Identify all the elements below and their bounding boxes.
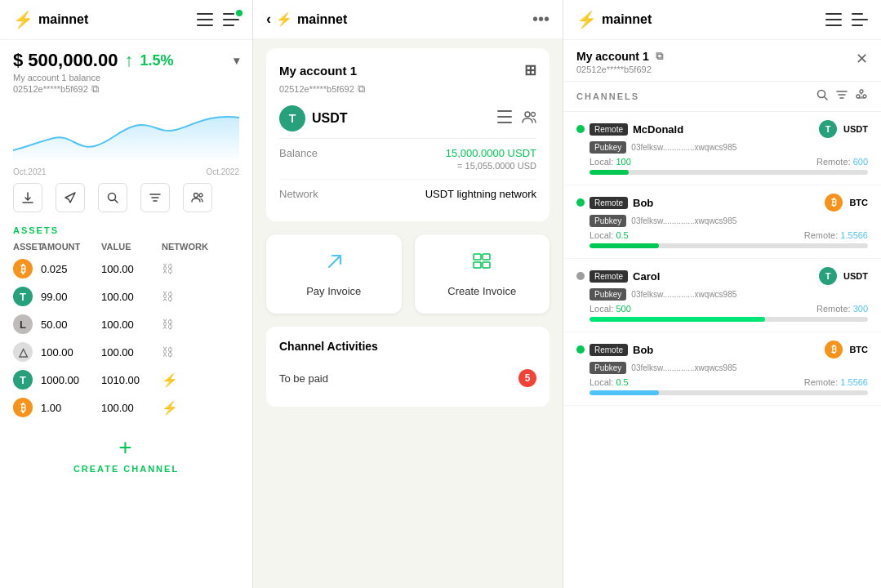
download-button[interactable]: [13, 183, 42, 212]
col-asset: ASSET: [13, 242, 38, 252]
remote-tag-carol: Remote: [590, 270, 628, 283]
chart-area: [0, 102, 252, 167]
settings-icon[interactable]: [223, 13, 239, 26]
balance-row: $ 500,000.00 ↑ 1.5% ▾: [13, 50, 239, 71]
network-info-label: Network: [279, 188, 318, 200]
usdt-token-icon-carol: T: [819, 267, 837, 285]
svg-rect-16: [483, 254, 490, 260]
close-button[interactable]: ✕: [856, 50, 868, 68]
middle-header: ‹ ⚡ mainnet •••: [253, 0, 563, 38]
users-button[interactable]: [183, 183, 212, 212]
svg-rect-5: [223, 24, 234, 26]
search-channels-icon[interactable]: [816, 88, 829, 105]
channel-item-carol[interactable]: Remote Carol T USDT Pubkey 03felksw.....…: [563, 259, 881, 332]
asset-value-6: 100.00: [101, 402, 158, 414]
usdt-token-icon-mcdonald: T: [819, 120, 837, 138]
progress-bar-bob-2: [590, 390, 868, 395]
mid-brand-name: mainnet: [297, 12, 347, 27]
qr-code-icon[interactable]: ⊞: [524, 61, 536, 79]
balance-usdt: 15,000.0000 USDT: [446, 147, 536, 159]
token-menu-icon[interactable]: [497, 110, 512, 127]
link-icon-2: ⛓: [162, 290, 239, 303]
chevron-down-icon[interactable]: ▾: [234, 54, 239, 67]
asset-value-5: 1010.00: [101, 374, 158, 386]
invoice-buttons: Pay Invoice Create Invoice: [266, 234, 550, 314]
right-brand: ⚡ mainnet: [576, 10, 652, 29]
to-be-paid-badge: 5: [518, 369, 536, 387]
channel-activities-title: Channel Activities: [279, 340, 536, 353]
channel-item-bob-1[interactable]: Remote Bob ₿ BTC Pubkey 03felksw........…: [563, 185, 881, 259]
remote-label-bob-2: Remote: 1.5566: [804, 377, 868, 387]
progress-bar-bob-1: [590, 243, 868, 248]
right-copy-icon[interactable]: ⧉: [656, 50, 663, 63]
right-menu-icon[interactable]: [825, 13, 842, 26]
usdt-icon-2: T: [13, 370, 33, 390]
right-settings-icon[interactable]: [852, 13, 868, 26]
asset-value-3: 100.00: [101, 318, 158, 331]
balance-label: My account 1 balance: [13, 73, 239, 82]
progress-bar-carol: [590, 317, 868, 322]
svg-rect-10: [497, 110, 512, 112]
pubkey-text-carol: 03felksw..............xwqwcs985: [631, 290, 736, 299]
channel-item-bob-2[interactable]: Remote Bob ₿ BTC Pubkey 03felksw........…: [563, 332, 881, 406]
remote-val-bob-2: 1.5566: [840, 377, 868, 387]
copy-mid-icon[interactable]: ⧉: [358, 82, 365, 96]
balance-info-value: 15,000.0000 USDT = 15,055.0000 USD: [446, 147, 536, 171]
channel-item-top: Remote Carol T USDT: [576, 267, 868, 285]
account-card: My account 1 ⊞ 02512e*****b5f692 ⧉ T USD…: [266, 48, 550, 221]
more-options-icon[interactable]: •••: [532, 10, 550, 29]
right-account-info: My account 1 ⧉ 02512e*****b5f692 ✕: [563, 40, 881, 81]
pubkey-tag-bob-1: Pubkey: [590, 215, 626, 227]
link-icon-4: ⛓: [162, 345, 239, 359]
search-button[interactable]: [98, 183, 127, 212]
assets-table-header: ASSET AMOUNT VALUE NETWORK: [0, 238, 252, 255]
token-label-carol: USDT: [843, 271, 868, 281]
mid-lightning-icon: ⚡: [276, 11, 292, 27]
filter-channels-icon[interactable]: [835, 88, 848, 105]
svg-line-7: [115, 200, 118, 203]
create-channel-button[interactable]: + CREATE CHANNEL: [0, 421, 252, 487]
to-be-paid-row: To be paid 5: [279, 363, 536, 394]
channel-item-mcdonald[interactable]: Remote McDonald T USDT Pubkey 03felksw..…: [563, 112, 881, 185]
asset-amount-6: 1.00: [41, 402, 98, 414]
ltc-icon-1: L: [13, 314, 33, 334]
asset-row: T 1000.00 1010.00 ⚡: [0, 366, 252, 394]
svg-rect-2: [197, 24, 213, 26]
token-users-icon[interactable]: [522, 110, 536, 127]
svg-rect-19: [825, 13, 842, 15]
right-account-name-text: My account 1: [576, 50, 649, 63]
menu-icon[interactable]: [197, 13, 213, 26]
svg-rect-21: [825, 24, 842, 26]
remote-label-carol: Remote: 300: [816, 304, 868, 314]
lightning-logo-icon: ⚡: [13, 10, 33, 29]
pay-invoice-button[interactable]: Pay Invoice: [266, 234, 402, 314]
btc-icon-1: ₿: [13, 259, 33, 278]
pubkey-tag-bob-2: Pubkey: [590, 362, 626, 374]
pubkey-text-mcdonald: 03felksw..............xwqwcs985: [631, 143, 736, 152]
balance-usd: = 15,055.0000 USD: [446, 161, 536, 171]
usdt-token-icon: T: [279, 105, 305, 131]
pubkey-tag-mcdonald: Pubkey: [590, 141, 626, 154]
svg-rect-23: [852, 19, 868, 20]
asset-amount-4: 100.00: [41, 346, 98, 359]
back-button[interactable]: ‹ ⚡ mainnet: [266, 11, 347, 28]
create-invoice-button[interactable]: Create Invoice: [415, 234, 550, 314]
right-header-icons: [825, 13, 868, 26]
asset-amount-5: 1000.00: [41, 374, 98, 386]
channel-balance-mcdonald: Local: 100 Remote: 600: [590, 157, 868, 167]
svg-rect-1: [197, 19, 213, 20]
col-value: VALUE: [101, 242, 158, 252]
copy-address-icon[interactable]: ⧉: [91, 82, 99, 96]
chart-labels: Oct.2021 Oct.2022: [0, 167, 252, 176]
svg-rect-4: [223, 19, 239, 20]
svg-rect-11: [497, 116, 512, 118]
svg-line-26: [825, 97, 828, 100]
svg-rect-22: [852, 13, 863, 15]
token-header: T USDT: [279, 105, 536, 139]
config-channels-icon[interactable]: [855, 88, 868, 105]
status-dot-active: [576, 125, 585, 133]
pubkey-text-bob-2: 03felksw..............xwqwcs985: [631, 363, 736, 372]
to-be-paid-label: To be paid: [279, 372, 328, 385]
filter-button[interactable]: [140, 183, 170, 212]
send-button[interactable]: [56, 183, 85, 212]
